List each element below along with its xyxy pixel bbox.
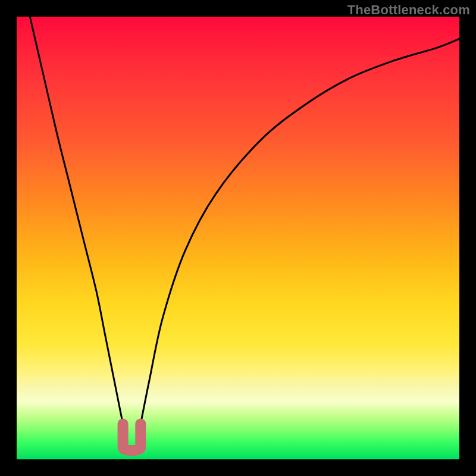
- watermark-text: TheBottleneck.com: [347, 2, 470, 18]
- minimum-marker: [123, 424, 141, 450]
- chart-plot-area: [17, 17, 459, 459]
- bottleneck-curve: [30, 17, 459, 450]
- bottleneck-curve-svg: [17, 17, 459, 459]
